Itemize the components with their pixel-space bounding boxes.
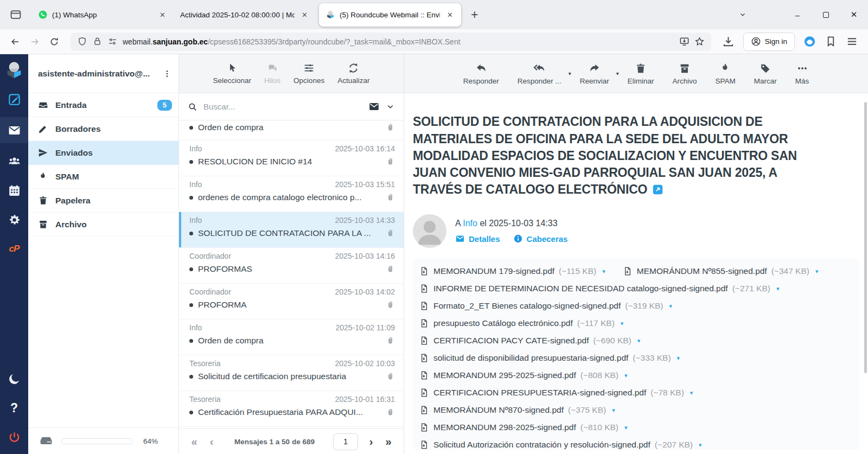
sidebar-item-spam[interactable]: SPAM bbox=[28, 165, 178, 189]
attachment-menu-caret-icon[interactable]: ▾ bbox=[677, 355, 680, 362]
marcarbutton[interactable]: Marcar bbox=[748, 62, 783, 85]
last-page-button[interactable]: » bbox=[380, 436, 397, 448]
list-tabs-chevron-icon[interactable] bbox=[735, 7, 751, 23]
browser-tab-active[interactable]: (5) Roundcube Webmail :: Envia✕ bbox=[319, 3, 461, 27]
shield-icon[interactable] bbox=[77, 36, 87, 47]
account-menu-kebab-icon[interactable] bbox=[159, 66, 175, 82]
calendar-nav[interactable] bbox=[0, 179, 28, 202]
open-in-new-window-icon[interactable] bbox=[652, 184, 663, 195]
message-row[interactable]: Coordinador2025-10-03 14:02PROFORMA bbox=[179, 284, 404, 319]
attachment-item[interactable]: CERTIFICACION PACY CATE-signed.pdf(~690 … bbox=[419, 336, 640, 346]
contacts-nav[interactable] bbox=[0, 150, 28, 172]
permissions-icon[interactable] bbox=[107, 36, 118, 47]
message-row[interactable]: Info2025-10-03 16:14RESOLUCION DE INICIO… bbox=[179, 140, 404, 176]
scrollbar-thumb[interactable] bbox=[864, 102, 867, 373]
attachment-menu-caret-icon[interactable]: ▾ bbox=[669, 303, 672, 310]
attachment-item[interactable]: MEMORANDUM 298-2025-signed.pdf(~810 KB)▾ bbox=[419, 423, 628, 432]
restore-button[interactable] bbox=[812, 0, 840, 29]
firefox-view-icon[interactable] bbox=[7, 5, 25, 24]
seleccionar-button[interactable]: Seleccionar bbox=[208, 62, 257, 85]
compose-button[interactable] bbox=[0, 88, 28, 111]
attachment-item[interactable]: MEMORÁNDUM Nº870-signed.pdf(~375 KB)▾ bbox=[419, 405, 615, 415]
message-row[interactable]: Info2025-10-03 15:51ordenes de compra ca… bbox=[179, 176, 404, 212]
browser-tab[interactable]: (1) WhatsApp✕ bbox=[31, 0, 174, 29]
tab-close-icon[interactable]: ✕ bbox=[299, 10, 310, 20]
settings-nav[interactable] bbox=[0, 208, 28, 231]
responderbutton[interactable]: Responder bbox=[457, 62, 506, 85]
browser-tab[interactable]: Actividad 2025-10-02 08:00:00 | Mo✕ bbox=[174, 0, 316, 29]
bookmark-star-icon[interactable] bbox=[694, 36, 705, 47]
first-page-button[interactable]: « bbox=[186, 436, 203, 448]
actualizar-button[interactable]: Actualizar bbox=[333, 62, 374, 85]
attachment-menu-caret-icon[interactable]: ▾ bbox=[637, 337, 641, 344]
sidebar-item-papelera[interactable]: Papelera bbox=[28, 189, 178, 213]
mail-nav[interactable] bbox=[0, 117, 28, 143]
attachment-menu-caret-icon[interactable]: ▾ bbox=[690, 389, 693, 397]
dropdown-caret-icon[interactable]: ▾ bbox=[616, 71, 619, 76]
recipient-link[interactable]: Info bbox=[463, 219, 477, 228]
forward-button[interactable] bbox=[26, 33, 43, 50]
close-window-button[interactable]: ✕ bbox=[840, 0, 868, 29]
eliminarbutton[interactable]: Eliminar bbox=[621, 62, 661, 85]
prev-page-button[interactable]: ‹ bbox=[203, 436, 220, 448]
attachment-menu-caret-icon[interactable]: ▾ bbox=[699, 442, 702, 449]
archivobutton[interactable]: Archivo bbox=[666, 62, 704, 85]
sign-in-button[interactable]: Sign in bbox=[743, 33, 795, 51]
back-button[interactable] bbox=[7, 33, 24, 50]
page-number-input[interactable]: 1 bbox=[333, 433, 358, 450]
dropdown-caret-icon[interactable]: ▾ bbox=[569, 71, 571, 76]
attachment-item[interactable]: solicitud de disponibilidad presupuestar… bbox=[419, 353, 680, 363]
reenviarbutton[interactable]: Reenviar▾ bbox=[573, 62, 616, 85]
reload-button[interactable] bbox=[46, 33, 63, 50]
search-bar[interactable]: Buscar... bbox=[179, 93, 404, 120]
attachment-menu-caret-icon[interactable]: ▾ bbox=[612, 407, 615, 414]
lock-icon[interactable] bbox=[92, 36, 103, 47]
attachment-item[interactable]: MEMORANDUM 179-signed.pdf(~115 KB)▾ bbox=[419, 266, 605, 276]
extension-bookmark-icon[interactable] bbox=[825, 35, 837, 48]
attachment-menu-caret-icon[interactable]: ▾ bbox=[624, 424, 628, 431]
message-row[interactable]: Tesoreria2025-10-01 16:31Certificación P… bbox=[179, 391, 404, 427]
opciones-button[interactable]: Opciones bbox=[289, 62, 329, 85]
attachment-menu-caret-icon[interactable]: ▾ bbox=[621, 320, 624, 327]
attachment-item[interactable]: CERTIFICACION PRESUPUESTARIA-signed-sign… bbox=[419, 388, 693, 398]
sidebar-item-entrada[interactable]: Entrada5 bbox=[28, 93, 178, 117]
headers-toggle[interactable]: Cabeceras bbox=[513, 234, 568, 244]
new-tab-button[interactable]: + bbox=[464, 9, 484, 21]
cpanel-nav[interactable]: cP bbox=[0, 238, 28, 260]
logout-button[interactable] bbox=[0, 426, 28, 449]
menu-hamburger-icon[interactable] bbox=[846, 35, 858, 48]
responder-button[interactable]: Responder ...▾ bbox=[511, 62, 568, 85]
help-button[interactable]: ? bbox=[0, 397, 28, 419]
attachment-menu-caret-icon[interactable]: ▾ bbox=[624, 372, 628, 379]
message-row[interactable]: Coordinador2025-10-03 14:16PROFORMAS bbox=[179, 248, 404, 284]
downloads-icon[interactable] bbox=[722, 35, 735, 48]
next-page-button[interactable]: › bbox=[362, 436, 380, 448]
attachment-item[interactable]: INFORME DE DETERMINACION DE NECESIDAD ca… bbox=[419, 284, 779, 293]
attachment-menu-caret-icon[interactable]: ▾ bbox=[602, 268, 605, 275]
extension-blue-icon[interactable] bbox=[803, 35, 816, 48]
message-row[interactable]: Info2025-10-03 14:33SOLICITUD DE CONTRAT… bbox=[179, 212, 404, 248]
másbutton[interactable]: Más bbox=[789, 62, 816, 85]
attachment-menu-caret-icon[interactable]: ▾ bbox=[776, 285, 780, 292]
save-page-icon[interactable] bbox=[679, 36, 690, 47]
attachment-item[interactable]: MEMORANDUM 295-2025-signed.pdf(~808 KB)▾ bbox=[419, 370, 628, 380]
minimize-button[interactable]: – bbox=[783, 0, 812, 29]
app-logo[interactable] bbox=[0, 59, 28, 81]
url-bar[interactable]: webmail.sanjuan.gob.ec/cpsess6168253395/… bbox=[71, 33, 711, 51]
search-options-chevron-icon[interactable] bbox=[386, 102, 395, 111]
message-row[interactable]: Tesoreria2025-10-02 10:03Solicitud de ce… bbox=[179, 355, 404, 391]
attachment-item[interactable]: presupuesto Catálogo electrónico.pdf(~11… bbox=[419, 318, 623, 328]
attachment-menu-caret-icon[interactable]: ▾ bbox=[815, 268, 819, 275]
sidebar-item-borradores[interactable]: Borradores bbox=[28, 117, 178, 141]
spambutton[interactable]: SPAM bbox=[709, 62, 742, 85]
dark-mode-toggle[interactable] bbox=[0, 367, 28, 390]
sidebar-item-enviados[interactable]: Enviados bbox=[28, 141, 178, 165]
tab-close-icon[interactable]: ✕ bbox=[444, 10, 456, 20]
details-toggle[interactable]: Detalles bbox=[455, 234, 500, 244]
attachment-item[interactable]: Solicitud Autorización contratación y re… bbox=[419, 440, 702, 450]
search-input[interactable]: Buscar... bbox=[203, 102, 362, 111]
message-row[interactable]: Info2025-10-02 11:09Orden de compra bbox=[179, 319, 404, 355]
message-row[interactable]: Orden de compra bbox=[179, 120, 404, 140]
attachment-item[interactable]: Formato_2_ET Bienes catalogo-signed-sign… bbox=[419, 301, 672, 311]
search-scope-mail-icon[interactable] bbox=[368, 101, 380, 112]
